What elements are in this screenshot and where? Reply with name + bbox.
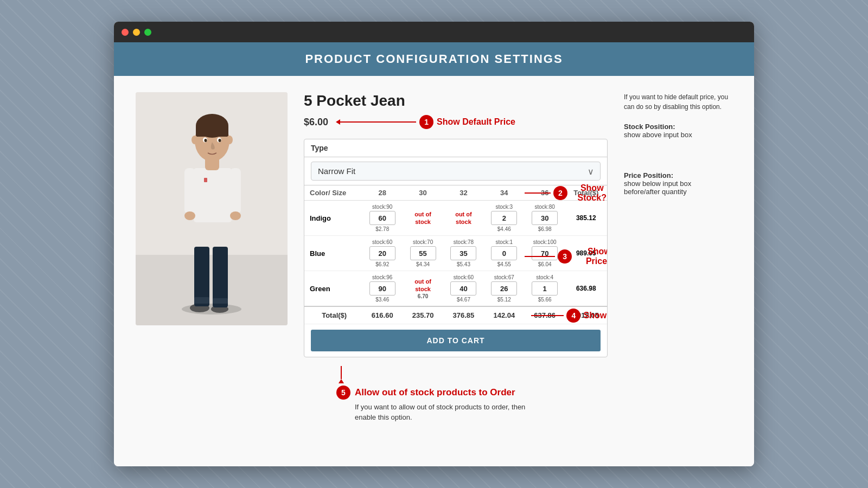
svg-rect-11: [204, 178, 207, 182]
annotation-label-4: Show Total: [583, 311, 608, 320]
qty-input-indigo-28[interactable]: [369, 211, 395, 225]
arrow-left-icon: [336, 119, 340, 125]
annotation-5-section: 5 Allow out of stock products to Order I…: [304, 366, 608, 422]
svg-rect-13: [230, 168, 241, 214]
type-select-row: Narrow Fit Regular Fit Wide Fit: [304, 157, 607, 185]
type-select[interactable]: Narrow Fit Regular Fit Wide Fit: [311, 162, 601, 181]
qty-input-blue-30[interactable]: [410, 246, 436, 260]
out-of-stock-green-30: out of stock 6.70: [406, 278, 440, 299]
svg-point-15: [230, 211, 241, 220]
product-price: $6.00: [304, 117, 328, 128]
type-header: Type: [304, 139, 607, 157]
matrix-table: Color/ Size 28 30 32 34 36 2: [304, 185, 607, 324]
annotation-2-arrow-row: 2 Show Stock?: [525, 183, 608, 203]
svg-point-25: [226, 136, 233, 144]
page-title: PRODUCT CONFIGURATION SETTINGS: [114, 52, 754, 66]
total-col-30: 235.70: [403, 306, 443, 324]
cell-indigo-32: out of stock: [443, 201, 484, 236]
svg-point-23: [219, 139, 221, 142]
annotation-5-info: If you want to allow out of stock produc…: [336, 402, 532, 422]
price-annotation-row: 1 Show Default Price: [336, 115, 515, 129]
add-to-cart-row: ADD TO CART: [304, 324, 607, 357]
config-table-wrapper: Type Narrow Fit Regular Fit Wide Fit: [304, 139, 608, 357]
qty-input-green-32[interactable]: [450, 281, 476, 296]
maximize-dot[interactable]: [144, 29, 151, 36]
browser-titlebar: [114, 22, 754, 42]
price-arrow: [336, 119, 416, 125]
annotation-2-section: Stock Position: show above input box: [624, 123, 732, 139]
annotation-label-1: Show Default Price: [437, 117, 515, 127]
annotation-4-arrow-row: 4 Show Total: [531, 309, 608, 323]
annotation-label-3: Show Price?: [575, 247, 608, 266]
annotation-label-2: Show Stock?: [570, 183, 608, 203]
color-indigo: Indigo: [304, 201, 362, 236]
page-header: PRODUCT CONFIGURATION SETTINGS: [114, 42, 754, 76]
qty-input-green-34[interactable]: [491, 281, 517, 296]
page-body: 5 Pocket Jean $6.00 1 Show Default Price…: [114, 76, 754, 466]
cell-indigo-30: out of stock: [403, 201, 443, 236]
cell-indigo-34: stock:3 $4.46: [484, 201, 525, 236]
annotation-2-sub1: Stock Position:: [624, 123, 732, 131]
color-green: Green: [304, 271, 362, 307]
type-select-container[interactable]: Narrow Fit Regular Fit Wide Fit: [311, 162, 601, 181]
total-green: 636.98: [565, 271, 607, 307]
cell-blue-30: stock:70 $4.34: [403, 236, 443, 271]
annotation-badge-1: 1: [419, 115, 433, 129]
cell-blue-34: stock:1 $4.55: [484, 236, 525, 271]
annotation-badge-5: 5: [336, 386, 350, 400]
right-annotations-panel: If you want to hide default price, you c…: [624, 92, 732, 450]
annotation-3-sub3: before/after quantity: [624, 188, 732, 196]
qty-input-blue-28[interactable]: [369, 246, 395, 260]
col-header-32: 32: [443, 185, 484, 201]
qty-input-blue-32[interactable]: [450, 246, 476, 260]
col-header-36: 36 2 Show Stock?: [525, 185, 565, 201]
cell-blue-36: stock:100 $6.04 3 Show Price?: [525, 236, 565, 271]
arrow-line-2: [525, 192, 551, 194]
price-row: $6.00 1 Show Default Price: [304, 115, 608, 129]
qty-input-indigo-36[interactable]: [532, 211, 558, 225]
arrow-line-4: [531, 315, 564, 316]
cell-indigo-28: stock:90 $2.78: [362, 201, 403, 236]
out-of-stock-indigo-32: out of stock: [446, 211, 481, 225]
color-blue: Blue: [304, 236, 362, 271]
cell-green-36: stock:4 $5.66: [525, 271, 565, 307]
svg-point-14: [184, 211, 195, 220]
total-col-28: 616.60: [362, 306, 403, 324]
col-header-30: 30: [403, 185, 443, 201]
qty-input-blue-34[interactable]: [491, 246, 517, 260]
color-size-header: Color/ Size: [304, 185, 362, 201]
product-image-col: [136, 92, 288, 450]
annotation-label-5: Allow out of stock products to Order: [355, 387, 515, 398]
svg-rect-12: [184, 168, 195, 214]
center-col: 5 Pocket Jean $6.00 1 Show Default Price…: [304, 92, 608, 450]
svg-rect-8: [213, 298, 228, 304]
annotation-3-sub1: Price Position:: [624, 171, 732, 179]
annotation-3-sub2: show below input box: [624, 179, 732, 188]
out-of-stock-indigo-30: out of stock: [406, 211, 440, 225]
close-dot[interactable]: [122, 29, 129, 36]
total-col-34: 142.04: [484, 306, 525, 324]
total-col-32: 376.85: [443, 306, 484, 324]
totals-row: Total($) 616.60 235.70 376.85 142.04 637…: [304, 306, 607, 324]
cell-green-30: out of stock 6.70: [403, 271, 443, 307]
svg-point-24: [192, 136, 198, 144]
table-header-row: Color/ Size 28 30 32 34 36 2: [304, 185, 607, 201]
annotation-3-arrow-row: 3 Show Price?: [525, 247, 608, 266]
totals-label: Total($): [304, 306, 362, 324]
svg-rect-19: [196, 126, 228, 137]
qty-input-green-28[interactable]: [369, 281, 395, 296]
table-row: Blue stock:60 $6.92 stock:70: [304, 236, 607, 271]
qty-input-indigo-34[interactable]: [491, 211, 517, 225]
product-image-svg: [136, 92, 288, 325]
svg-rect-7: [194, 297, 209, 304]
minimize-dot[interactable]: [133, 29, 140, 36]
add-to-cart-button[interactable]: ADD TO CART: [311, 330, 601, 351]
arrow-line-3: [525, 256, 555, 257]
cell-blue-28: stock:60 $6.92: [362, 236, 403, 271]
table-row: Indigo stock:90 $2.78 out of: [304, 201, 607, 236]
cell-blue-32: stock:78 $5.43: [443, 236, 484, 271]
cell-indigo-36: stock:80 $6.98: [525, 201, 565, 236]
qty-input-green-36[interactable]: [532, 281, 558, 296]
col-header-28: 28: [362, 185, 403, 201]
vert-arrow-line: [341, 366, 342, 379]
